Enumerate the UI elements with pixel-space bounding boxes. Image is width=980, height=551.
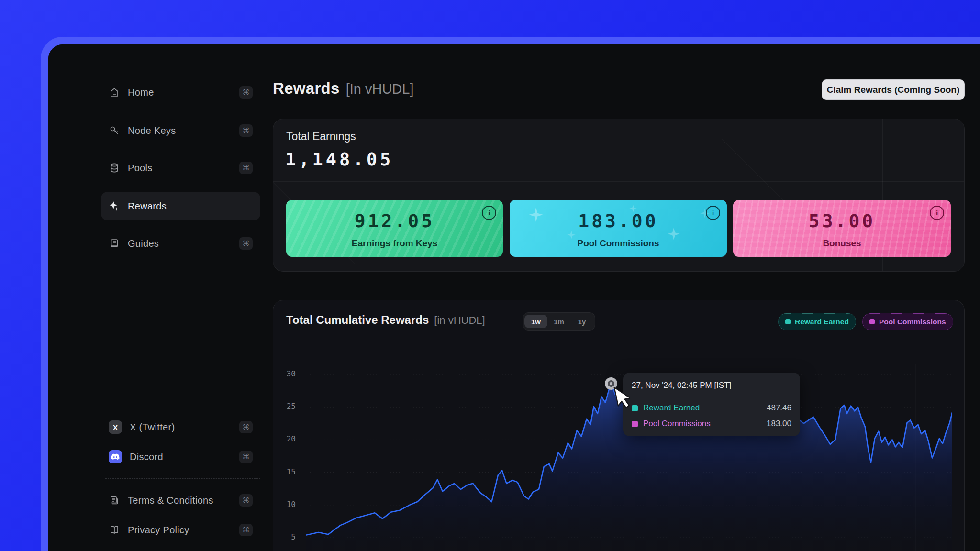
sidebar-item-x-twitter[interactable]: X X (Twitter) ⌘ — [101, 413, 260, 441]
sidebar-item-home[interactable]: Home ⌘ — [101, 78, 260, 107]
sidebar-item-label: Privacy Policy — [128, 525, 189, 536]
tooltip-divider — [632, 397, 791, 397]
shortcut-badge: ⌘ — [239, 494, 253, 507]
sidebar-item-label: Node Keys — [128, 125, 176, 136]
page-title-tag: [In vHUDL] — [346, 81, 414, 97]
sidebar: Home ⌘ Node Keys ⌘ Pools ⌘ — [48, 44, 225, 551]
chart-title-text: Total Cumulative Rewards — [286, 313, 429, 327]
open-book-icon — [109, 524, 120, 536]
sidebar-item-pools[interactable]: Pools ⌘ — [101, 154, 260, 182]
shortcut-badge: ⌘ — [239, 451, 253, 463]
discord-icon — [109, 450, 122, 463]
legend-pool-commissions[interactable]: Pool Commissions — [862, 313, 953, 330]
sparkle-icon — [109, 200, 120, 212]
legend-dot-icon — [632, 421, 638, 427]
card-label: Pool Commissions — [510, 238, 727, 249]
y-axis-tick: 20 — [268, 434, 296, 443]
mouse-cursor — [613, 386, 630, 413]
shortcut-badge: ⌘ — [239, 237, 253, 250]
sidebar-item-rewards[interactable]: Rewards — [101, 192, 260, 220]
app-window: Home ⌘ Node Keys ⌘ Pools ⌘ — [41, 37, 980, 551]
sidebar-item-label: Pools — [128, 163, 153, 174]
legend-label: Pool Commissions — [879, 318, 946, 326]
sidebar-item-discord[interactable]: Discord ⌘ — [101, 442, 260, 471]
legend-dot-icon — [869, 319, 875, 324]
sidebar-item-label: Rewards — [128, 201, 167, 212]
legend-reward-earned[interactable]: Reward Earned — [778, 313, 856, 330]
shortcut-badge: ⌘ — [239, 421, 253, 433]
chart-title-tag: [in vHUDL] — [434, 314, 485, 327]
range-toggle: 1w 1m 1y — [523, 312, 595, 331]
sidebar-item-guides[interactable]: Guides ⌘ — [101, 229, 260, 258]
earnings-from-keys-card: 912.05 Earnings from Keys i — [286, 200, 503, 257]
shortcut-badge: ⌘ — [239, 124, 253, 137]
y-axis-tick: 15 — [268, 467, 296, 476]
database-icon — [109, 162, 120, 174]
tooltip-row-label: Pool Commissions — [643, 419, 711, 429]
y-axis-tick: 10 — [268, 500, 296, 509]
range-1y-button[interactable]: 1y — [570, 315, 593, 328]
legend-dot-icon — [632, 405, 638, 411]
card-value: 53.00 — [733, 210, 951, 231]
info-icon[interactable]: i — [482, 206, 496, 220]
tooltip-timestamp: 27, Nov '24, 02:45 PM [IST] — [632, 381, 791, 390]
chart-tooltip: 27, Nov '24, 02:45 PM [IST] Reward Earne… — [623, 373, 800, 436]
bonuses-card: 53.00 Bonuses i — [733, 200, 951, 257]
tooltip-row-value: 183.00 — [767, 419, 791, 429]
tooltip-row: Reward Earned 487.46 — [632, 403, 791, 413]
sidebar-item-label: Terms & Conditions — [128, 495, 213, 506]
total-earnings-value: 1,148.05 — [285, 149, 393, 170]
document-icon — [109, 495, 120, 506]
home-icon — [109, 87, 120, 98]
card-value: 912.05 — [286, 210, 503, 231]
book-icon — [109, 238, 120, 249]
panel-divider — [273, 181, 964, 182]
info-icon[interactable]: i — [706, 206, 720, 220]
chart-title: Total Cumulative Rewards [in vHUDL] — [286, 313, 485, 327]
pool-commissions-card: 183.00 Pool Commissions i — [510, 200, 727, 257]
legend-label: Reward Earned — [795, 318, 849, 326]
y-axis-tick: 30 — [268, 369, 296, 378]
x-twitter-icon: X — [109, 420, 122, 434]
range-1w-button[interactable]: 1w — [524, 315, 547, 328]
y-axis-tick: 25 — [268, 402, 296, 411]
sidebar-item-label: Discord — [130, 452, 163, 463]
claim-rewards-button[interactable]: Claim Rewards (Coming Soon) — [822, 79, 965, 100]
tooltip-row: Pool Commissions 183.00 — [632, 419, 791, 429]
sidebar-item-terms[interactable]: Terms & Conditions ⌘ — [101, 486, 260, 515]
card-value: 183.00 — [510, 210, 727, 231]
sidebar-item-node-keys[interactable]: Node Keys ⌘ — [101, 116, 260, 145]
tooltip-row-label: Reward Earned — [643, 403, 700, 413]
range-1m-button[interactable]: 1m — [547, 315, 570, 328]
page-title: Rewards [In vHUDL] — [273, 79, 414, 98]
page-title-text: Rewards — [273, 79, 340, 98]
sidebar-item-label: X (Twitter) — [130, 422, 175, 433]
total-earnings-label: Total Earnings — [286, 130, 356, 143]
sidebar-item-privacy[interactable]: Privacy Policy ⌘ — [101, 516, 260, 544]
sidebar-item-label: Home — [128, 87, 154, 98]
shortcut-badge: ⌘ — [239, 86, 253, 99]
sidebar-divider — [105, 478, 260, 479]
info-icon[interactable]: i — [930, 206, 944, 220]
tooltip-row-value: 487.46 — [767, 403, 791, 413]
card-label: Earnings from Keys — [286, 238, 503, 249]
shortcut-badge: ⌘ — [239, 162, 253, 174]
sidebar-item-label: Guides — [128, 238, 159, 249]
y-axis-tick: 5 — [268, 532, 296, 541]
key-icon — [109, 125, 120, 136]
legend-dot-icon — [785, 319, 791, 324]
shortcut-badge: ⌘ — [239, 524, 253, 536]
card-label: Bonuses — [733, 238, 951, 249]
app-stage: Home ⌘ Node Keys ⌘ Pools ⌘ — [41, 37, 980, 551]
